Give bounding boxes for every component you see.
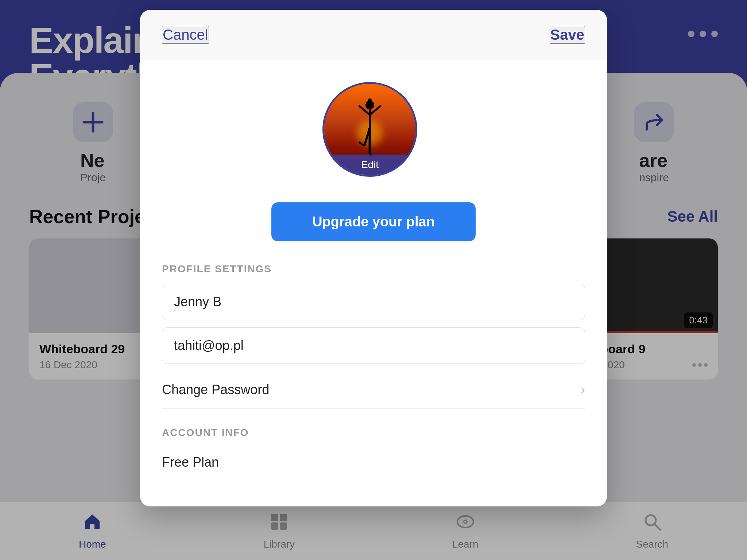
name-input[interactable] bbox=[162, 284, 585, 320]
email-input[interactable] bbox=[162, 327, 585, 364]
profile-modal: Cancel Save bbox=[140, 10, 607, 506]
modal-overlay: Cancel Save bbox=[0, 0, 747, 560]
modal-body: Edit Upgrade your plan PROFILE SETTINGS … bbox=[140, 60, 607, 506]
change-password-label: Change Password bbox=[162, 382, 269, 397]
avatar-container[interactable]: Edit bbox=[322, 82, 425, 184]
upgrade-button[interactable]: Upgrade your plan bbox=[271, 202, 476, 241]
save-button[interactable]: Save bbox=[550, 26, 585, 44]
profile-settings-label: PROFILE SETTINGS bbox=[162, 263, 585, 275]
free-plan-label: Free Plan bbox=[162, 447, 585, 477]
svg-point-12 bbox=[368, 98, 372, 102]
chevron-right-icon: › bbox=[581, 382, 585, 397]
change-password-row[interactable]: Change Password › bbox=[162, 371, 585, 409]
cancel-button[interactable]: Cancel bbox=[162, 26, 209, 44]
avatar-section: Edit bbox=[162, 82, 585, 184]
avatar-circle: Edit bbox=[322, 82, 417, 177]
avatar-edit-label[interactable]: Edit bbox=[324, 155, 415, 175]
account-info-label: ACCOUNT INFO bbox=[162, 427, 585, 439]
modal-header: Cancel Save bbox=[140, 10, 607, 60]
